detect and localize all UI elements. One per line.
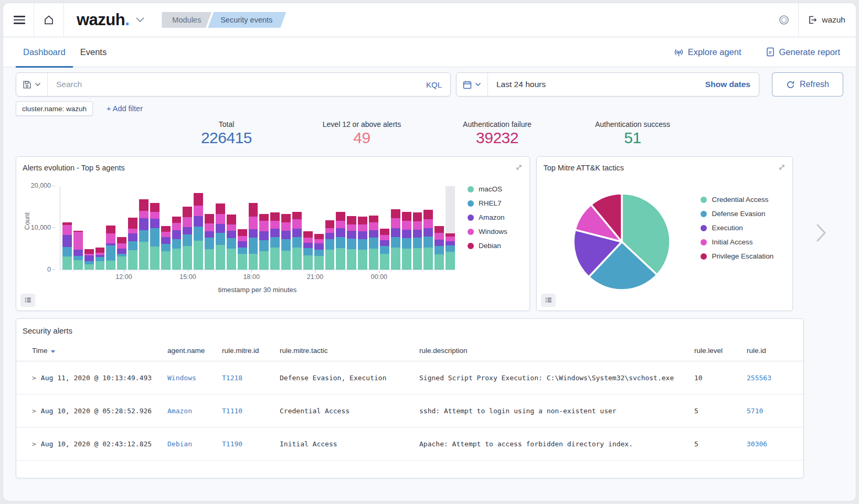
expand-panel-button[interactable]: [776, 161, 788, 175]
bar-bucket[interactable]: [303, 186, 313, 270]
legend-item[interactable]: Credential Access: [701, 192, 773, 207]
bar-bucket[interactable]: [259, 186, 269, 270]
bar-bucket[interactable]: [117, 186, 126, 270]
legend-item[interactable]: Amazon: [468, 210, 507, 224]
expand-panel-button[interactable]: [513, 161, 525, 175]
legend-toggle-button[interactable]: [20, 294, 35, 306]
bar-bucket[interactable]: [292, 186, 302, 270]
rule-id-link[interactable]: 255563: [747, 374, 803, 382]
bar-bucket[interactable]: [62, 186, 72, 270]
date-quick-menu[interactable]: [457, 73, 488, 96]
bar-bucket[interactable]: [194, 186, 203, 270]
bar-bucket[interactable]: [84, 186, 94, 270]
bar-bucket[interactable]: [216, 186, 225, 270]
wazuh-logo[interactable]: wazuh.: [77, 10, 129, 29]
bar-bucket[interactable]: [128, 186, 137, 270]
stats-row: Total226415Level 12 or above alerts49Aut…: [3, 116, 856, 153]
bar-bucket[interactable]: [423, 186, 433, 270]
bar-bucket[interactable]: [106, 186, 115, 270]
bar-bucket[interactable]: [413, 186, 422, 270]
chevron-down-icon: [135, 17, 145, 23]
bar-bucket[interactable]: [270, 186, 280, 270]
tab-events[interactable]: Events: [73, 37, 114, 67]
bar-bucket[interactable]: [369, 186, 378, 270]
add-filter-button[interactable]: + Add filter: [103, 104, 146, 113]
bar-bucket[interactable]: [434, 186, 444, 270]
breadcrumb-security-events[interactable]: Security events: [208, 12, 286, 28]
time-range-value[interactable]: Last 24 hours: [488, 80, 554, 89]
logo-dropdown-button[interactable]: [132, 14, 148, 26]
column-header[interactable]: Time: [32, 347, 167, 355]
bar-segment: [227, 238, 236, 249]
bar-bucket[interactable]: [402, 186, 411, 270]
tab-dashboard[interactable]: Dashboard: [16, 37, 73, 67]
mitre-id-link[interactable]: T1190: [222, 440, 280, 448]
column-header[interactable]: rule.mitre.id: [222, 347, 280, 355]
agent-link[interactable]: Amazon: [167, 407, 222, 415]
query-bar: KQL Last 24 hours Show dates Refresh: [3, 67, 856, 96]
legend-item[interactable]: RHEL7: [468, 196, 507, 210]
expand-row-icon[interactable]: >: [32, 374, 36, 382]
bar-segment: [402, 238, 411, 249]
legend-item[interactable]: Defense Evasion: [701, 207, 773, 221]
column-header[interactable]: rule.id: [747, 347, 803, 355]
breadcrumb-modules[interactable]: Modules: [162, 12, 211, 28]
bar-bucket[interactable]: [249, 186, 258, 270]
bar-bucket[interactable]: [238, 186, 247, 270]
bar-bucket[interactable]: [336, 186, 345, 270]
bar-bucket[interactable]: [446, 186, 455, 270]
bar-bucket[interactable]: [358, 186, 367, 270]
refresh-button[interactable]: Refresh: [772, 72, 843, 96]
space-avatar-button[interactable]: [775, 11, 793, 29]
show-dates-button[interactable]: Show dates: [697, 80, 759, 89]
bar-bucket[interactable]: [96, 186, 105, 270]
next-panels-button[interactable]: [814, 221, 829, 246]
rule-id-link[interactable]: 30306: [747, 440, 803, 448]
menu-button[interactable]: [10, 13, 28, 27]
bar-segment: [358, 224, 367, 232]
bar-bucket[interactable]: [380, 186, 389, 270]
column-header[interactable]: agent.name: [167, 347, 222, 355]
legend-item[interactable]: macOS: [468, 182, 507, 196]
legend-item[interactable]: Debian: [468, 239, 507, 253]
agent-link[interactable]: Windows: [167, 374, 222, 382]
mitre-id-link[interactable]: T1110: [222, 407, 280, 415]
home-button[interactable]: [39, 10, 58, 29]
expand-row-icon[interactable]: >: [32, 407, 36, 415]
bar-bucket[interactable]: [183, 186, 192, 270]
column-header[interactable]: rule.level: [694, 347, 747, 355]
chevron-down-icon: [35, 82, 41, 87]
column-header[interactable]: rule.description: [419, 347, 694, 355]
legend-toggle-button[interactable]: [541, 294, 556, 306]
bar-bucket[interactable]: [139, 186, 149, 270]
bar-bucket[interactable]: [314, 186, 324, 270]
bar-bucket[interactable]: [281, 186, 291, 270]
bar-segment: [183, 207, 192, 217]
legend-item[interactable]: Initial Access: [701, 235, 773, 249]
bar-bucket[interactable]: [325, 186, 335, 270]
bar-bucket[interactable]: [205, 186, 214, 270]
bar-bucket[interactable]: [227, 186, 236, 270]
bar-bucket[interactable]: [347, 186, 356, 270]
user-menu-button[interactable]: wazuh: [804, 12, 849, 28]
saved-query-menu[interactable]: [16, 73, 48, 96]
legend-item[interactable]: Execution: [701, 221, 773, 235]
bar-bucket[interactable]: [150, 186, 160, 270]
bar-bucket[interactable]: [161, 186, 171, 270]
expand-row-icon[interactable]: >: [32, 440, 36, 448]
bar-bucket[interactable]: [73, 186, 83, 270]
filter-pill[interactable]: cluster.name: wazuh: [16, 101, 93, 116]
mitre-id-link[interactable]: T1218: [222, 374, 280, 382]
column-header[interactable]: rule.mitre.tactic: [280, 347, 419, 355]
legend-item[interactable]: Windows: [468, 224, 507, 239]
generate-report-button[interactable]: Generate report: [762, 46, 843, 58]
search-input[interactable]: [48, 80, 418, 89]
agent-link[interactable]: Debian: [167, 440, 222, 448]
legend-item[interactable]: Privilege Escalation: [701, 249, 773, 263]
explore-agent-button[interactable]: Explore agent: [671, 47, 745, 58]
query-language-button[interactable]: KQL: [418, 80, 450, 89]
breadcrumb: Modules Security events: [162, 12, 286, 28]
bar-bucket[interactable]: [391, 186, 400, 270]
rule-id-link[interactable]: 5710: [747, 407, 803, 415]
bar-bucket[interactable]: [172, 186, 182, 270]
